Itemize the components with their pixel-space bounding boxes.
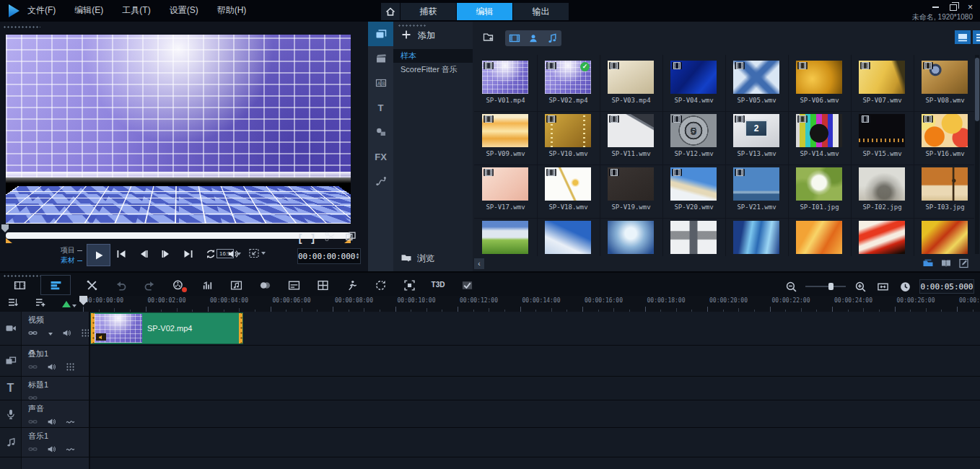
media-item[interactable]: SP-V08.wmv — [914, 58, 974, 110]
record-capture-button[interactable] — [170, 277, 186, 293]
next-button[interactable] — [181, 247, 196, 261]
media-item[interactable] — [726, 218, 787, 257]
media-item[interactable]: 5SP-V12.wmv — [663, 111, 725, 164]
blend-batch-button[interactable] — [257, 277, 273, 293]
track-wave-button[interactable] — [66, 444, 75, 457]
undo-button[interactable] — [113, 277, 128, 293]
timeline-clip[interactable]: SP-V02.mp4 — [90, 312, 243, 344]
add-track-button[interactable] — [35, 297, 46, 311]
timeline-zoom-slider[interactable] — [805, 286, 846, 287]
multi-trim-button[interactable] — [345, 231, 356, 245]
prev-button[interactable] — [114, 247, 128, 261]
duration-clock-icon[interactable] — [897, 279, 913, 294]
zoom-out-button[interactable] — [783, 279, 799, 294]
menu-item[interactable]: 设置(S) — [170, 4, 198, 17]
nav-book-button[interactable] — [940, 258, 952, 272]
mode-tab-1[interactable]: 捕获 — [401, 3, 456, 20]
track-effects-button[interactable] — [66, 361, 75, 374]
add-folder-button[interactable]: 添加 — [401, 29, 435, 43]
menu-item[interactable]: 文件(F) — [27, 4, 56, 17]
menu-item[interactable]: 工具(T) — [122, 4, 150, 17]
aspect-ratio-dropdown[interactable]: 16:9 — [216, 249, 241, 258]
media-item[interactable]: ✓SP-V02.mp4 — [538, 58, 599, 110]
media-item[interactable]: SP-V03.mp4 — [600, 58, 662, 110]
customize-motion-button[interactable] — [372, 277, 388, 293]
media-item[interactable]: SP-V01.mp4 — [475, 58, 536, 110]
title-3d-button[interactable]: T3D — [430, 277, 446, 293]
track-link-button[interactable] — [28, 361, 38, 374]
track-content[interactable] — [89, 346, 980, 376]
menu-item[interactable]: 帮助(H) — [217, 4, 247, 17]
media-item[interactable] — [538, 218, 599, 257]
play-button[interactable] — [87, 244, 110, 266]
edit-note-button[interactable] — [958, 258, 970, 272]
media-item[interactable] — [600, 218, 662, 257]
media-item[interactable]: SP-I03.jpg — [914, 165, 974, 217]
track-link-button[interactable] — [28, 393, 38, 406]
zoom-in-button[interactable] — [852, 279, 868, 294]
rail-graphics-button[interactable] — [368, 120, 393, 144]
media-item[interactable] — [852, 218, 913, 257]
media-item[interactable]: SP-V20.wmv — [663, 165, 725, 217]
fit-project-button[interactable] — [875, 279, 891, 294]
sound-mixer-button[interactable] — [199, 277, 215, 293]
source-clip-label[interactable]: 素材 — [38, 255, 82, 266]
step-back-button[interactable] — [136, 247, 151, 261]
track-volume-button[interactable] — [47, 361, 56, 374]
rail-instant-project-button[interactable] — [368, 46, 393, 71]
ripple-edit-button[interactable] — [62, 297, 76, 310]
media-item[interactable]: SP-V17.wmv — [475, 165, 536, 217]
media-item[interactable] — [789, 218, 850, 257]
timeline-ruler[interactable]: 00:00:00:0000:00:02:0000:00:04:0000:00:0… — [83, 296, 980, 312]
track-content[interactable]: SP-V02.mp4 — [89, 312, 980, 345]
media-item[interactable]: SP-V18.wmv — [538, 165, 599, 217]
media-item[interactable]: SP-V09.wmv — [475, 111, 536, 164]
media-item[interactable]: SP-V11.wmv — [600, 111, 662, 164]
media-item[interactable]: SP-V19.wmv — [600, 165, 662, 217]
close-button[interactable]: × — [968, 4, 973, 11]
media-item[interactable]: SP-V21.wmv — [726, 165, 787, 217]
library-folder-item[interactable]: ScoreFitter 音乐 — [393, 63, 473, 76]
track-volume-button[interactable] — [62, 328, 71, 341]
mark-out-button[interactable]: ] — [311, 232, 315, 244]
step-forward-button[interactable] — [159, 247, 173, 261]
rail-title-button[interactable]: T — [368, 95, 393, 120]
redo-button[interactable] — [141, 277, 157, 293]
split-clip-button[interactable] — [324, 231, 336, 245]
scrubber-position-marker[interactable] — [1, 224, 9, 232]
mark-in-button[interactable]: [ — [299, 232, 302, 244]
mask-creator-button[interactable] — [459, 277, 475, 293]
rail-motion-path-button[interactable] — [368, 169, 393, 193]
media-item[interactable]: SP-V05.wmv — [726, 58, 787, 110]
motion-tracking-button[interactable] — [344, 277, 359, 293]
media-item[interactable] — [475, 218, 536, 257]
mode-tab-3[interactable]: 输出 — [513, 3, 569, 20]
media-item[interactable]: 2SP-V13.wmv — [726, 111, 787, 164]
collapse-panel-button[interactable]: ‹ — [474, 258, 484, 269]
mix-tools-button[interactable] — [84, 277, 100, 293]
library-folder-item[interactable]: 样本 — [393, 49, 473, 63]
media-item[interactable]: SP-V10.wmv — [538, 111, 599, 164]
home-tab[interactable] — [381, 3, 400, 20]
media-item[interactable] — [914, 218, 974, 257]
library-panel-button[interactable] — [922, 258, 934, 272]
mode-tab-2[interactable]: 编辑 — [457, 3, 512, 20]
repeat-button[interactable] — [204, 247, 218, 261]
slider-knob[interactable] — [828, 283, 834, 290]
focus-frame-button[interactable] — [401, 277, 417, 293]
clip-trim-handle-left[interactable] — [91, 313, 95, 343]
subtitle-editor-button[interactable] — [286, 277, 302, 293]
preview-timecode[interactable]: 00:00:00:000 ▲▼ — [297, 248, 361, 264]
media-item[interactable]: SP-V07.wmv — [852, 58, 913, 110]
media-item[interactable]: SP-V04.wmv — [663, 58, 725, 110]
track-content[interactable] — [89, 377, 980, 400]
auto-music-button[interactable] — [228, 277, 244, 293]
media-item[interactable]: SP-V06.wmv — [789, 58, 850, 110]
gallery-scrollbar[interactable] — [975, 55, 979, 254]
browse-button[interactable]: 浏览 — [401, 252, 434, 266]
split-screen-button[interactable] — [315, 277, 331, 293]
track-content[interactable] — [89, 428, 980, 457]
rail-transition-button[interactable]: AB — [368, 71, 393, 95]
media-item[interactable] — [663, 218, 725, 257]
media-item[interactable]: SP-I01.jpg — [789, 165, 850, 217]
